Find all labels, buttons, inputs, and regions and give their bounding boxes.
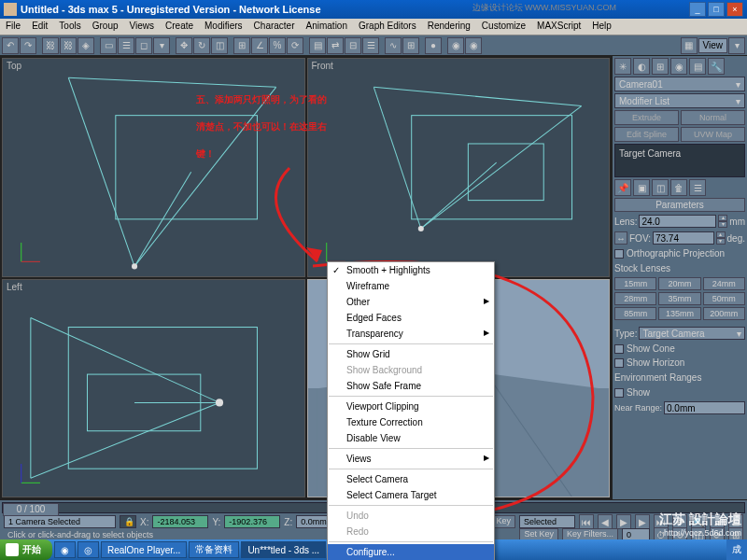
menu-tools[interactable]: Tools: [53, 19, 86, 35]
context-menu-item[interactable]: Configure...: [328, 544, 494, 560]
menu-animation[interactable]: Animation: [301, 19, 353, 35]
remove-mod-icon[interactable]: 🗑: [670, 179, 687, 196]
show-end-icon[interactable]: ▣: [633, 179, 650, 196]
schematic-icon[interactable]: ⊞: [402, 37, 419, 54]
edit-spline-button[interactable]: Edit Spline: [614, 127, 679, 142]
move-icon[interactable]: ✥: [176, 37, 192, 54]
object-name-field[interactable]: Camera01▾: [614, 77, 745, 91]
normal-button[interactable]: Normal: [681, 110, 745, 125]
spinner-up-icon[interactable]: ▴: [718, 215, 727, 221]
lens-135mm[interactable]: 135mm: [658, 307, 700, 320]
lock-icon[interactable]: 🔒: [120, 515, 136, 528]
unlink-icon[interactable]: ⛓: [60, 37, 77, 54]
context-menu-item[interactable]: Wireframe: [328, 278, 494, 294]
utilities-tab-icon[interactable]: 🔧: [708, 58, 725, 75]
menu-create[interactable]: Create: [160, 19, 199, 35]
bind-icon[interactable]: ◈: [78, 37, 94, 54]
fov-field[interactable]: 73.74: [653, 231, 714, 245]
modifier-list-combo[interactable]: Modifier List▾: [614, 93, 745, 108]
quick-launch-icon[interactable]: ◉: [54, 541, 76, 558]
menu-graph-editors[interactable]: Graph Editors: [353, 19, 422, 35]
menu-views[interactable]: Views: [124, 19, 161, 35]
layer-icon[interactable]: ☰: [362, 37, 379, 54]
close-button[interactable]: ×: [726, 2, 743, 17]
align-icon[interactable]: ⊟: [345, 37, 361, 54]
system-tray[interactable]: 成: [726, 539, 747, 560]
context-menu-item[interactable]: Smooth + Highlights✓: [328, 262, 494, 278]
view-dropdown-icon[interactable]: ▾: [728, 37, 745, 54]
menu-customize[interactable]: Customize: [476, 19, 531, 35]
hierarchy-tab-icon[interactable]: ⊞: [652, 58, 669, 75]
menu-rendering[interactable]: Rendering: [422, 19, 476, 35]
prev-frame-icon[interactable]: ◀: [598, 514, 613, 529]
redo-icon[interactable]: ↷: [20, 37, 36, 54]
quick-render-icon[interactable]: ◉: [465, 37, 482, 54]
x-coord-field[interactable]: -2184.053: [152, 515, 208, 528]
select-icon[interactable]: ▭: [100, 37, 117, 54]
context-menu-item[interactable]: Select Camera Target: [328, 487, 494, 503]
context-menu-item[interactable]: Viewport Clipping: [328, 399, 494, 414]
viewport-front[interactable]: Front: [307, 58, 611, 277]
goto-start-icon[interactable]: ⏮: [579, 514, 594, 529]
lens-35mm[interactable]: 35mm: [658, 292, 700, 305]
make-unique-icon[interactable]: ◫: [652, 179, 669, 196]
show-cone-checkbox[interactable]: [614, 344, 624, 354]
lens-85mm[interactable]: 85mm: [614, 307, 656, 320]
material-icon[interactable]: ●: [425, 37, 442, 54]
context-menu-item[interactable]: Show Safe Frame: [328, 378, 494, 394]
context-menu-item[interactable]: Edged Faces: [328, 310, 494, 326]
render-scene-icon[interactable]: ◉: [447, 37, 464, 54]
curve-editor-icon[interactable]: ∿: [385, 37, 402, 54]
lens-field[interactable]: 24.0: [639, 215, 716, 228]
menu-edit[interactable]: Edit: [26, 19, 53, 35]
named-sel-icon[interactable]: ▤: [309, 37, 326, 54]
uvw-map-button[interactable]: UVW Map: [681, 127, 745, 142]
show-horizon-checkbox[interactable]: [614, 358, 624, 368]
select-rect-icon[interactable]: ◻: [135, 37, 152, 54]
y-coord-field[interactable]: -1902.376: [224, 515, 280, 528]
create-tab-icon[interactable]: ✳: [614, 58, 631, 75]
context-menu-item[interactable]: Other▶: [328, 294, 494, 310]
fov-direction-icon[interactable]: ↔: [614, 231, 627, 245]
viewport-top[interactable]: Top: [2, 58, 305, 277]
menu-group[interactable]: Group: [87, 19, 124, 35]
scale-icon[interactable]: ◫: [211, 37, 228, 54]
show-env-checkbox[interactable]: [614, 388, 624, 398]
ortho-checkbox[interactable]: [614, 249, 624, 259]
play-icon[interactable]: ▶: [616, 514, 631, 529]
lens-200mm[interactable]: 200mm: [703, 307, 745, 320]
minimize-button[interactable]: _: [689, 2, 706, 17]
ref-coord-icon[interactable]: ▦: [681, 37, 698, 54]
quick-launch-icon[interactable]: ◎: [78, 541, 99, 558]
modify-tab-icon[interactable]: ◐: [633, 58, 650, 75]
pin-stack-icon[interactable]: 📌: [614, 179, 631, 196]
context-menu-item[interactable]: Disable View: [328, 430, 494, 446]
context-menu-item[interactable]: Show Grid: [328, 346, 494, 362]
snap-icon[interactable]: ⊞: [233, 37, 250, 54]
filter-icon[interactable]: ▾: [153, 37, 170, 54]
lens-15mm[interactable]: 15mm: [614, 277, 656, 290]
lens-50mm[interactable]: 50mm: [703, 292, 745, 305]
menu-character[interactable]: Character: [248, 19, 301, 35]
link-icon[interactable]: ⛓: [42, 37, 59, 54]
maximize-button[interactable]: □: [708, 2, 725, 17]
taskbar-item-active[interactable]: Un***tled - 3ds ...: [241, 541, 326, 558]
undo-icon[interactable]: ↶: [2, 37, 19, 54]
lens-20mm[interactable]: 20mm: [658, 277, 700, 290]
angle-snap-icon[interactable]: ∠: [251, 37, 268, 54]
next-frame-icon[interactable]: ▶: [635, 514, 650, 529]
motion-tab-icon[interactable]: ◉: [670, 58, 687, 75]
mirror-icon[interactable]: ⇄: [327, 37, 344, 54]
menu-file[interactable]: File: [0, 19, 26, 35]
taskbar-item[interactable]: RealOne Player...: [101, 541, 187, 558]
lens-28mm[interactable]: 28mm: [614, 292, 656, 305]
context-menu-item[interactable]: Views▶: [328, 451, 494, 467]
spinner-down-icon[interactable]: ▾: [716, 238, 726, 245]
time-slider-thumb[interactable]: 0 / 100: [3, 503, 59, 516]
spinner-up-icon[interactable]: ▴: [716, 231, 726, 238]
select-name-icon[interactable]: ☰: [118, 37, 134, 54]
start-button[interactable]: 开始: [0, 539, 52, 560]
context-menu-item[interactable]: Texture Correction: [328, 414, 494, 430]
menu-maxscript[interactable]: MAXScript: [531, 19, 586, 35]
display-tab-icon[interactable]: ▤: [689, 58, 706, 75]
